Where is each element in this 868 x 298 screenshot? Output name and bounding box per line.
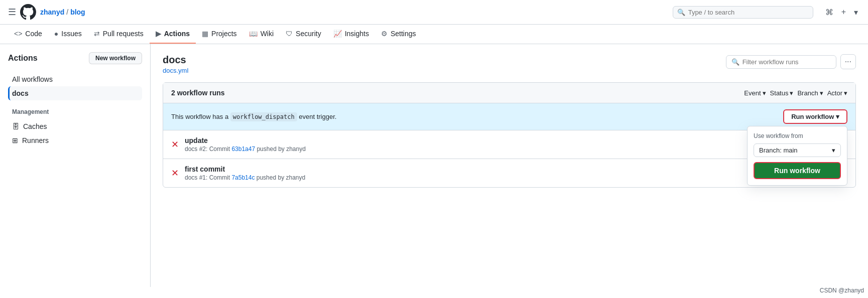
run-workflow-dropdown: Run workflow ▾ Use workflow from Branch:… xyxy=(783,109,847,124)
tab-code[interactable]: <> Code xyxy=(8,25,48,44)
breadcrumb-repo[interactable]: blog xyxy=(70,8,85,16)
run-workflow-green-button[interactable]: Run workflow xyxy=(754,162,841,179)
branch-select-chevron: ▾ xyxy=(832,146,835,154)
run-commit-link[interactable]: 7a5b14c xyxy=(231,174,255,181)
caches-label: Caches xyxy=(23,122,47,130)
tab-insights[interactable]: 📈 Insights xyxy=(327,25,375,44)
branch-chevron-icon: ▾ xyxy=(820,89,823,97)
run-workflow-outline-label: Run workflow xyxy=(791,113,834,120)
run-commit-link[interactable]: 63b1a47 xyxy=(231,145,255,153)
breadcrumb-user[interactable]: zhanyd xyxy=(40,8,64,16)
dropdown-title: Use workflow from xyxy=(754,132,841,139)
run-meta-after: pushed by zhanyd xyxy=(257,145,305,153)
tab-settings-label: Settings xyxy=(391,30,416,38)
runs-filters: Event ▾ Status ▾ Branch ▾ Actor ▾ xyxy=(744,89,847,97)
run-workflow-dropdown-menu: Use workflow from Branch: main ▾ Run wor… xyxy=(747,126,847,186)
actor-filter-button[interactable]: Actor ▾ xyxy=(827,89,847,97)
tab-actions-label: Actions xyxy=(164,30,190,38)
runners-icon: ⊞ xyxy=(12,136,18,144)
tab-wiki-label: Wiki xyxy=(261,30,274,38)
github-logo[interactable] xyxy=(20,4,36,20)
run-status-icon: ✕ xyxy=(171,168,179,179)
event-filter-button[interactable]: Event ▾ xyxy=(744,89,766,97)
run-workflow-chevron-icon: ▾ xyxy=(836,113,839,120)
tab-issues-label: Issues xyxy=(61,30,81,38)
hamburger-icon[interactable]: ☰ xyxy=(8,7,16,18)
sidebar-item-runners[interactable]: ⊞ Runners xyxy=(8,133,142,147)
content-subtitle[interactable]: docs.yml xyxy=(163,67,188,74)
runners-label: Runners xyxy=(22,136,49,144)
status-filter-button[interactable]: Status ▾ xyxy=(770,89,794,97)
search-input[interactable] xyxy=(688,9,809,16)
content-header: docs docs.yml 🔍 ··· xyxy=(163,54,856,74)
content-title: docs xyxy=(163,54,188,66)
branch-filter-button[interactable]: Branch ▾ xyxy=(797,89,823,97)
branch-select[interactable]: Branch: main ▾ xyxy=(754,143,841,157)
trigger-banner: This workflow has a workflow_dispatch ev… xyxy=(163,103,855,130)
sidebar-header: Actions New workflow xyxy=(8,52,142,64)
event-filter-label: Event xyxy=(744,89,761,97)
new-item-button[interactable]: + xyxy=(839,6,848,19)
new-workflow-button[interactable]: New workflow xyxy=(89,52,142,64)
workflow-runs-box: 2 workflow runs Event ▾ Status ▾ Branch … xyxy=(163,82,856,188)
branch-select-label: Branch: main xyxy=(759,146,798,154)
content-title-area: docs docs.yml xyxy=(163,54,188,74)
topbar-left: ☰ zhanyd / blog xyxy=(8,4,85,20)
topbar: ☰ zhanyd / blog 🔍 ⌘ + ▾ xyxy=(0,0,868,25)
status-chevron-icon: ▾ xyxy=(790,89,793,97)
tab-actions[interactable]: ▶ Actions xyxy=(150,25,196,44)
filter-search-input[interactable] xyxy=(742,58,831,66)
filter-area: 🔍 ··· xyxy=(726,54,856,69)
caches-icon: 🗄 xyxy=(12,122,19,130)
more-options-button[interactable]: ··· xyxy=(840,54,856,69)
sidebar-item-caches[interactable]: 🗄 Caches xyxy=(8,119,142,133)
tab-issues[interactable]: ● Issues xyxy=(48,25,88,44)
code-icon: <> xyxy=(14,30,22,38)
sidebar-item-docs[interactable]: docs xyxy=(8,86,142,100)
insights-icon: 📈 xyxy=(333,30,342,38)
search-icon: 🔍 xyxy=(677,9,685,16)
status-filter-label: Status xyxy=(770,89,789,97)
topbar-actions: ⌘ + ▾ xyxy=(823,6,860,19)
actor-filter-label: Actor xyxy=(827,89,842,97)
issues-icon: ● xyxy=(54,30,58,38)
tab-code-label: Code xyxy=(25,30,42,38)
sidebar: Actions New workflow All workflows docs … xyxy=(0,44,151,287)
run-info: first commit docs #1: Commit 7a5b14c pus… xyxy=(185,165,790,181)
search-box[interactable]: 🔍 xyxy=(673,6,813,19)
run-workflow-outline-button[interactable]: Run workflow ▾ xyxy=(783,109,847,124)
run-name[interactable]: first commit xyxy=(185,165,790,173)
filter-search-icon: 🔍 xyxy=(731,58,739,66)
tab-security[interactable]: 🛡 Security xyxy=(280,25,327,44)
tab-projects-label: Projects xyxy=(211,30,237,38)
run-meta: docs #1: Commit 7a5b14c pushed by zhanyd xyxy=(185,174,790,181)
sidebar-item-all-workflows[interactable]: All workflows xyxy=(8,72,142,86)
breadcrumb: zhanyd / blog xyxy=(40,8,85,16)
run-meta-text: docs #1: Commit xyxy=(185,174,230,181)
branch-filter-label: Branch xyxy=(797,89,818,97)
run-status-icon: ✕ xyxy=(171,139,179,150)
run-info: update docs #2: Commit 63b1a47 pushed by… xyxy=(185,136,790,153)
tab-settings[interactable]: ⚙ Settings xyxy=(375,25,422,44)
chevron-down-icon[interactable]: ▾ xyxy=(852,6,860,19)
actions-icon: ▶ xyxy=(156,30,161,38)
tab-projects[interactable]: ▦ Projects xyxy=(196,25,243,44)
run-meta-after: pushed by zhanyd xyxy=(257,174,305,181)
trigger-text-after: event trigger. xyxy=(299,113,336,120)
tab-pr-label: Pull requests xyxy=(103,30,144,38)
runs-header: 2 workflow runs Event ▾ Status ▾ Branch … xyxy=(163,83,855,103)
tab-wiki[interactable]: 📖 Wiki xyxy=(243,25,280,44)
tab-pull-requests[interactable]: ⇄ Pull requests xyxy=(88,25,150,44)
run-meta: docs #2: Commit 63b1a47 pushed by zhanyd xyxy=(185,145,790,153)
terminal-button[interactable]: ⌘ xyxy=(823,6,835,19)
trigger-text-before: This workflow has a xyxy=(171,113,228,120)
sidebar-section-management: Management xyxy=(12,108,142,115)
filter-search-box[interactable]: 🔍 xyxy=(726,55,836,69)
trigger-code: workflow_dispatch xyxy=(230,112,297,121)
runs-count: 2 workflow runs xyxy=(171,89,225,97)
topbar-search: 🔍 xyxy=(673,6,813,19)
run-name[interactable]: update xyxy=(185,136,790,144)
tab-insights-label: Insights xyxy=(345,30,369,38)
settings-icon: ⚙ xyxy=(381,30,388,38)
pr-icon: ⇄ xyxy=(94,30,100,38)
